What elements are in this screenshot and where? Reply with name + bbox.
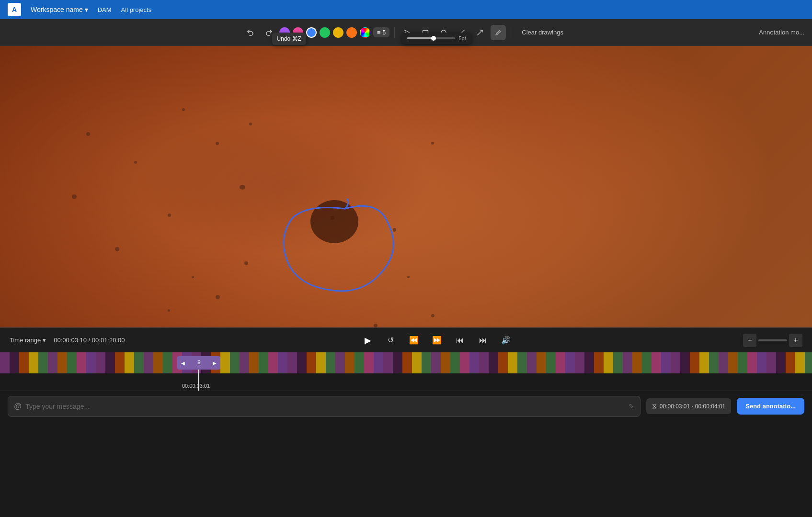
mole-main xyxy=(310,200,358,243)
stroke-slider-popup[interactable]: 5pt xyxy=(401,33,472,44)
color-yellow[interactable] xyxy=(333,27,343,38)
playhead-handle[interactable]: ◀ ⠿ ▶ xyxy=(177,356,220,370)
freckle xyxy=(244,261,248,265)
timestamp-icon: ⧖ xyxy=(652,402,657,410)
send-annotation-button[interactable]: Send annotatio... xyxy=(737,398,804,415)
playhead-grid-icon: ⠿ xyxy=(197,360,201,366)
undo-button[interactable] xyxy=(243,25,258,40)
stroke-value-label: 5pt xyxy=(459,35,466,41)
arrow-tool-button[interactable] xyxy=(472,25,488,40)
freckle xyxy=(249,123,252,125)
clear-drawings-button[interactable]: Clear drawings xyxy=(516,26,569,39)
timestamp-badge: ⧖ 00:00:03:01 - 00:00:04:01 xyxy=(646,398,731,414)
freckle xyxy=(393,228,396,232)
freckle xyxy=(134,161,137,164)
color-orange[interactable] xyxy=(346,27,357,38)
freckle xyxy=(216,142,219,145)
timeline-filmstrip xyxy=(0,352,812,373)
timeline-area: ◀ ⠿ ▶ 00:00:03:01 xyxy=(0,352,812,391)
color-blue[interactable] xyxy=(306,27,317,38)
time-range-button[interactable]: Time range ▾ xyxy=(10,337,46,344)
app-logo: A xyxy=(8,3,21,16)
mole-spot xyxy=(331,216,334,220)
zoom-controls: − + xyxy=(743,334,802,347)
edit-icon: ✎ xyxy=(629,403,634,410)
skip-forward-button[interactable]: ⏭ xyxy=(475,333,491,348)
video-area xyxy=(0,46,812,327)
video-controls: Time range ▾ 00:00:03:10 / 00:01:20:00 ▶… xyxy=(0,327,812,352)
freckle xyxy=(168,309,170,312)
rewind-button[interactable]: ⏪ xyxy=(406,333,422,348)
freckle xyxy=(115,247,119,251)
freckle xyxy=(407,276,410,278)
stroke-size-badge[interactable]: ≡ 5 xyxy=(373,27,389,37)
replay-button[interactable]: ↺ xyxy=(383,333,399,348)
playhead-line xyxy=(198,370,199,391)
volume-button[interactable]: 🔊 xyxy=(498,333,514,348)
fast-forward-button[interactable]: ⏩ xyxy=(429,333,445,348)
zoom-out-button[interactable]: − xyxy=(743,334,756,347)
play-button[interactable]: ▶ xyxy=(360,333,376,348)
time-display: 00:00:03:10 / 00:01:20:00 xyxy=(54,337,130,344)
stroke-slider-fill xyxy=(407,37,434,39)
message-input[interactable] xyxy=(25,403,629,410)
freckle xyxy=(431,314,435,317)
pen-tool-button[interactable] xyxy=(491,25,506,40)
nav-all-projects[interactable]: All projects xyxy=(121,6,152,13)
top-navigation: A Workspace name ▾ DAM All projects xyxy=(0,0,812,19)
color-green[interactable] xyxy=(320,27,330,38)
freckle xyxy=(431,142,434,145)
stroke-slider-bar[interactable] xyxy=(407,37,455,39)
message-input-wrap[interactable]: @ ✎ xyxy=(8,396,640,417)
freckle xyxy=(86,132,90,136)
annotation-mode-label: Annotation mo... xyxy=(759,29,804,36)
zoom-bar xyxy=(758,339,787,341)
freckle xyxy=(182,108,185,111)
freckle xyxy=(168,214,171,217)
freckle xyxy=(216,295,220,299)
playhead-arrow-left: ◀ xyxy=(181,360,185,366)
divider-2 xyxy=(511,27,511,38)
nav-dam[interactable]: DAM xyxy=(98,6,112,13)
divider-1 xyxy=(394,27,395,38)
playhead-arrow-right: ▶ xyxy=(213,360,217,366)
skip-back-button[interactable]: ⏮ xyxy=(452,333,468,348)
undo-tooltip: Undo ⌘Z xyxy=(272,33,306,45)
color-rainbow[interactable] xyxy=(360,27,370,38)
svg-line-3 xyxy=(478,30,482,35)
at-icon: @ xyxy=(14,402,22,411)
freckle xyxy=(374,324,377,327)
playhead[interactable]: ◀ ⠿ ▶ xyxy=(177,356,220,391)
message-bar: @ ✎ ⧖ 00:00:03:01 - 00:00:04:01 Send ann… xyxy=(0,391,812,421)
workspace-name[interactable]: Workspace name ▾ xyxy=(31,6,88,13)
freckle xyxy=(240,185,245,190)
zoom-in-button[interactable]: + xyxy=(789,334,802,347)
freckle xyxy=(72,194,77,199)
freckle xyxy=(192,276,194,278)
video-frame xyxy=(0,46,812,327)
stroke-slider-thumb xyxy=(431,36,436,41)
